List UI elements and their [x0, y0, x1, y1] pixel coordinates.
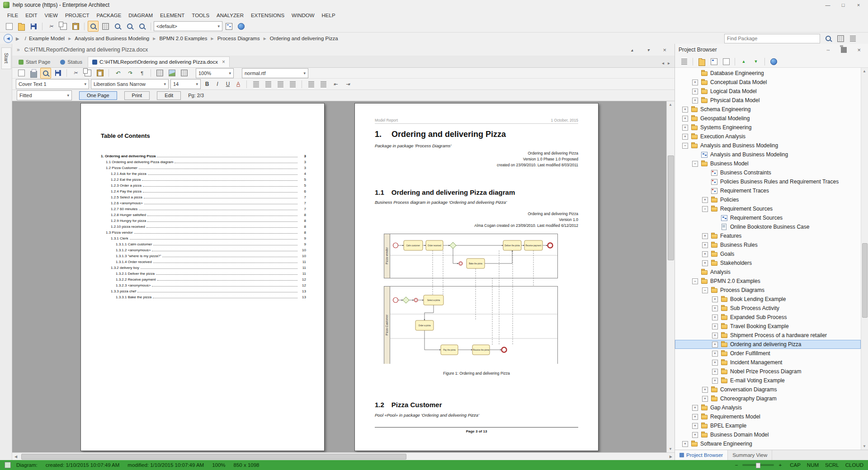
menu-project[interactable]: PROJECT — [61, 11, 93, 19]
tab-start[interactable]: Start Page — [14, 56, 55, 67]
font-combo[interactable]: Liberation Sans Narrow ▾ — [91, 79, 169, 89]
tree-item[interactable]: +Incident Management — [675, 358, 861, 367]
new-file-button[interactable] — [16, 68, 27, 79]
tree-item[interactable]: Analysis — [675, 268, 861, 277]
align-right-button[interactable] — [275, 79, 286, 89]
tree-item[interactable]: +E-mail Voting Example — [675, 376, 861, 385]
pilcrow-button[interactable] — [137, 68, 147, 79]
tree-item[interactable]: +Conversation Diagrams — [675, 385, 861, 394]
tree-expander[interactable]: + — [702, 251, 708, 257]
tree-item[interactable]: −Business Model — [675, 159, 861, 168]
undo-button[interactable] — [112, 68, 123, 79]
menu-element[interactable]: ELEMENT — [156, 11, 188, 19]
tree-item[interactable]: Business Constraints — [675, 168, 861, 177]
scroll-up-icon[interactable]: ▲ — [669, 103, 672, 107]
tree-expander[interactable]: + — [692, 80, 698, 85]
template-combo[interactable]: normal.rtf ▾ — [242, 68, 308, 78]
layout-button[interactable] — [100, 21, 111, 32]
align-center-button[interactable] — [263, 79, 274, 89]
menu-diagram[interactable]: DIAGRAM — [125, 11, 156, 19]
diagram-frame-button[interactable] — [223, 21, 234, 32]
start-autohide-tab[interactable]: Start — [1, 47, 11, 69]
globe-button[interactable] — [236, 21, 246, 32]
tab-close-icon[interactable]: × — [222, 59, 225, 65]
highlight-button[interactable]: A — [234, 80, 243, 89]
menu-file[interactable]: FILE — [4, 11, 22, 19]
paste-button[interactable] — [70, 21, 81, 32]
align-justify-button[interactable] — [287, 79, 298, 89]
arrow-down-button[interactable] — [750, 56, 761, 67]
document-canvas[interactable]: Table of Contents 1. Ordering and delive… — [12, 101, 666, 452]
tree-expander[interactable]: + — [702, 387, 708, 393]
tree-item[interactable]: Requirement Sources — [675, 213, 861, 222]
tab-scroll-left-icon[interactable]: ◂ — [662, 61, 664, 66]
tree-expander[interactable]: + — [682, 441, 688, 447]
maximize-button[interactable]: □ — [835, 0, 851, 9]
zoom-all-button[interactable] — [137, 21, 147, 32]
horizontal-scrollbar[interactable]: ◀ ▶ — [12, 452, 675, 460]
arrows-button[interactable] — [823, 44, 834, 55]
menu-analyzer[interactable]: ANALYZER — [213, 11, 247, 19]
scroll-down-icon[interactable]: ▼ — [863, 444, 866, 448]
forward-button[interactable]: ▶ — [16, 36, 19, 41]
tree-expander[interactable]: + — [712, 369, 718, 375]
align-left-button[interactable] — [250, 79, 261, 89]
grid-button[interactable] — [835, 33, 846, 44]
tree-expander[interactable]: − — [692, 278, 698, 284]
chev-down-button[interactable] — [643, 44, 654, 55]
scroll-down-icon[interactable]: ▼ — [669, 447, 672, 451]
tree-item[interactable]: −Analysis and Business Modeling — [675, 141, 861, 150]
font-size-combo[interactable]: 14 ▾ — [170, 79, 201, 89]
zoom-in-button[interactable]: + — [778, 462, 782, 468]
tree-expander[interactable]: + — [712, 333, 718, 338]
breadcrumb-item[interactable]: Example Model — [28, 36, 66, 41]
italic-button[interactable]: I — [213, 80, 222, 89]
preview-button[interactable] — [88, 21, 99, 32]
tree-item[interactable]: +Choreography Diagram — [675, 394, 861, 403]
tree-expander[interactable]: + — [692, 89, 698, 94]
tree-expander[interactable]: + — [692, 405, 698, 411]
tree-item[interactable]: +Goals — [675, 249, 861, 258]
tree-item[interactable]: +Execution Analysis — [675, 132, 861, 141]
indent-button[interactable] — [342, 79, 353, 89]
paste-button[interactable] — [94, 68, 105, 79]
zoom-slider-thumb[interactable] — [756, 463, 760, 468]
find-package-input[interactable] — [724, 34, 820, 43]
list-button[interactable] — [847, 33, 858, 44]
tree-expander[interactable]: + — [682, 116, 688, 122]
tree-scrollbar[interactable]: ▲ ▼ — [861, 68, 868, 450]
tree-expander[interactable]: + — [712, 306, 718, 311]
menu-tools[interactable]: TOOLS — [188, 11, 213, 19]
tree-expander[interactable]: + — [712, 342, 718, 348]
table-button[interactable] — [154, 68, 165, 79]
tree-item[interactable]: +Logical Data Model — [675, 87, 861, 96]
tree-item[interactable]: Analysis and Business Modeling — [675, 150, 861, 159]
arrow-up-button[interactable] — [738, 56, 749, 67]
search-button[interactable] — [823, 33, 834, 44]
tab-status[interactable]: Status — [56, 56, 87, 67]
tree-item[interactable]: Policies Business Rules and Requirement … — [675, 177, 861, 186]
vertical-scrollbar-thumb[interactable] — [668, 155, 674, 260]
new-diagram-button[interactable] — [708, 56, 719, 67]
fit-combo[interactable]: Fitted ▾ — [17, 90, 72, 100]
menu-edit[interactable]: EDIT — [22, 11, 41, 19]
tree-item[interactable]: +Conceptual Data Model — [675, 78, 861, 87]
breadcrumb-item[interactable]: Process Diagrams — [217, 36, 261, 41]
tree-item[interactable]: +Expanded Sub Process — [675, 313, 861, 322]
tree-item[interactable]: −Requirement Sources — [675, 204, 861, 213]
open-folder-button[interactable] — [16, 21, 27, 32]
tree-item[interactable]: +Stakeholders — [675, 258, 861, 268]
panel-tab-summary-view[interactable]: Summary View — [728, 450, 772, 460]
tree-item[interactable]: +BPEL Example — [675, 421, 861, 430]
menu-help[interactable]: HELP — [318, 11, 339, 19]
close-button[interactable] — [854, 44, 864, 55]
scroll-up-icon[interactable]: ▲ — [863, 69, 866, 73]
tree-expander[interactable]: − — [692, 161, 698, 167]
tree-item[interactable]: Database Engineering — [675, 69, 861, 78]
zoom-page-button[interactable] — [124, 21, 135, 32]
tree-expander[interactable]: + — [702, 396, 708, 402]
breadcrumb-root[interactable]: / — [25, 36, 26, 41]
panel-tab-project-browser[interactable]: Project Browser — [675, 450, 728, 460]
tree-expander[interactable]: + — [712, 378, 718, 384]
tree-expander[interactable]: + — [712, 315, 718, 320]
